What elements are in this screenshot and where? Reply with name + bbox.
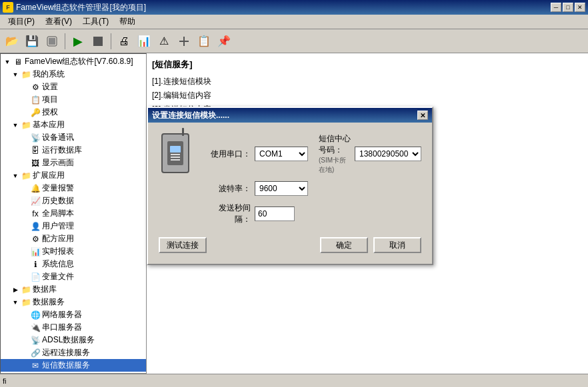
expand-basicapp[interactable]: ▼	[10, 120, 21, 131]
toolbar-link[interactable]	[175, 32, 193, 51]
label-dataservice: 数据服务	[33, 296, 65, 308]
expand-db[interactable]: ▶	[10, 284, 21, 295]
tree-item-basicapp[interactable]: ▼ 📁 基本应用	[1, 119, 146, 131]
label-sysinfo: 系统信息	[42, 258, 74, 270]
baud-select[interactable]: 9600 19200 38400 115200	[255, 181, 308, 196]
tree-item-display[interactable]: 🖼 显示画面	[1, 157, 146, 169]
content-item-2[interactable]: [2].编辑短信内容	[152, 89, 583, 103]
tree-item-usermgmt[interactable]: 👤 用户管理	[1, 220, 146, 232]
icon-usermgmt: 👤	[30, 221, 41, 232]
tree-item-webserver[interactable]: 🌍 Web服务器	[1, 372, 146, 374]
tree-item-recipe[interactable]: ⚙ 配方应用	[1, 232, 146, 245]
dialog-close-button[interactable]: ✕	[417, 111, 428, 120]
content-item-1[interactable]: [1].连接短信模块	[152, 75, 583, 89]
icon-root: 🖥	[13, 57, 23, 67]
tree-item-sysinfo[interactable]: ℹ 系统信息	[1, 258, 146, 270]
expand-histdata	[19, 196, 30, 206]
close-button[interactable]: ✕	[575, 3, 585, 12]
toolbar-open[interactable]: 📂	[3, 32, 21, 51]
interval-input[interactable]	[255, 206, 295, 221]
menu-tools[interactable]: 工具(T)	[77, 15, 114, 29]
expand-extapp[interactable]: ▼	[10, 171, 21, 181]
menu-project[interactable]: 项目(P)	[3, 15, 40, 29]
icon-dataservice: 📁	[21, 297, 31, 308]
tree-item-devcomm[interactable]: 📡 设备通讯	[1, 131, 146, 144]
tree-item-smsdata[interactable]: ✉ 短信数据服务	[1, 359, 146, 372]
menu-view[interactable]: 查看(V)	[40, 15, 77, 29]
expand-auth	[19, 107, 30, 118]
toolbar-save[interactable]: 💾	[23, 32, 41, 51]
tree-panel: ▼ 🖥 FameView组态软件[V7.60.8.9] ▼ 📁 我的系统 ⚙ 设…	[0, 53, 147, 374]
tree-item-runtimedb[interactable]: 🗄 运行数据库	[1, 144, 146, 157]
tree-item-globalscript[interactable]: fx 全局脚本	[1, 207, 146, 220]
label-auth: 授权	[42, 107, 58, 118]
label-extapp: 扩展应用	[33, 170, 65, 181]
tree-item-extapp[interactable]: ▼ 📁 扩展应用	[1, 169, 146, 182]
dialog-ok-cancel: 确定 取消	[320, 237, 421, 253]
tree-item-dataservice[interactable]: ▼ 📁 数据服务	[1, 296, 146, 308]
toolbar-stop[interactable]	[89, 32, 107, 51]
label-networkserver: 网络服务器	[42, 309, 82, 320]
toolbar-run[interactable]: ▶	[69, 32, 87, 51]
toolbar-print[interactable]: 🖨	[115, 32, 133, 51]
expand-smsdata	[19, 360, 30, 371]
tree-item-root[interactable]: ▼ 🖥 FameView组态软件[V7.60.8.9]	[1, 55, 146, 68]
tree-item-histdata[interactable]: 📈 历史数据	[1, 194, 146, 207]
tree-item-auth[interactable]: 🔑 授权	[1, 106, 146, 119]
label-settings: 设置	[42, 81, 58, 93]
expand-realtimereport	[19, 246, 30, 257]
expand-root[interactable]: ▼	[2, 57, 13, 67]
window-title: FameView组态软件管理器[我的项目]	[16, 2, 551, 13]
svg-rect-2	[93, 37, 103, 46]
content-title: [短信服务]	[152, 59, 583, 71]
tree-item-alarm[interactable]: 🔔 变量报警	[1, 182, 146, 194]
tree-item-remoteconn[interactable]: 🔗 远程连接服务	[1, 346, 146, 359]
port-select[interactable]: COM1 COM2 COM3 COM4	[255, 147, 308, 161]
expand-usermgmt	[19, 221, 30, 232]
test-connection-button[interactable]: 测试连接	[159, 237, 207, 253]
tree-item-project[interactable]: 📋 项目	[1, 93, 146, 106]
label-alarm: 变量报警	[42, 183, 74, 194]
tree-item-serialserver[interactable]: 🔌 串口服务器	[1, 321, 146, 334]
tree-item-mysystem[interactable]: ▼ 📁 我的系统	[1, 68, 146, 81]
sms-sub: (SIM卡所在地)	[319, 156, 352, 175]
baud-row: 波特率： 9600 19200 38400 115200	[204, 181, 421, 196]
svg-rect-1	[49, 38, 55, 45]
label-webserver: Web服务器	[42, 372, 82, 374]
label-mysystem: 我的系统	[33, 69, 65, 80]
dialog-phone-icon-area	[159, 133, 192, 173]
label-display: 显示画面	[42, 157, 74, 169]
interval-label: 发送秒间隔：	[204, 202, 251, 225]
tree-item-realtimereport[interactable]: 📊 实时报表	[1, 245, 146, 258]
label-smsdata: 短信数据服务	[42, 360, 90, 371]
cancel-button[interactable]: 取消	[373, 237, 421, 253]
tree-item-adsldata[interactable]: 📡 ADSL数据服务	[1, 334, 146, 346]
toolbar-refresh[interactable]	[43, 32, 61, 51]
label-runtimedb: 运行数据库	[42, 145, 82, 156]
menu-help[interactable]: 帮助	[114, 15, 141, 29]
label-realtimereport: 实时报表	[42, 246, 74, 257]
toolbar-chart[interactable]: 📊	[135, 32, 153, 51]
tree-item-settings[interactable]: ⚙ 设置	[1, 81, 146, 93]
icon-display: 🖼	[30, 158, 41, 169]
baud-label: 波特率：	[204, 183, 251, 194]
expand-mysystem[interactable]: ▼	[10, 69, 21, 80]
tree-item-varfile[interactable]: 📄 变量文件	[1, 270, 146, 283]
sms-select[interactable]: 13800290500	[355, 147, 421, 161]
label-project: 项目	[42, 94, 58, 105]
maximize-button[interactable]: □	[563, 3, 573, 12]
label-globalscript: 全局脚本	[42, 208, 74, 219]
phone-device-icon	[161, 133, 189, 173]
toolbar-warning[interactable]: ⚠	[155, 32, 173, 51]
tree-item-db[interactable]: ▶ 📁 数据库	[1, 283, 146, 296]
tree-item-networkserver[interactable]: 🌐 网络服务器	[1, 308, 146, 321]
minimize-button[interactable]: ─	[551, 3, 561, 12]
expand-dataservice[interactable]: ▼	[10, 297, 21, 308]
expand-devcomm	[19, 133, 30, 143]
expand-project	[19, 95, 30, 105]
toolbar-clipboard[interactable]: 📋	[195, 32, 213, 51]
toolbar-pin[interactable]: 📌	[215, 32, 233, 51]
icon-devcomm: 📡	[30, 133, 41, 143]
ok-button[interactable]: 确定	[320, 237, 368, 253]
expand-sysinfo	[19, 259, 30, 270]
